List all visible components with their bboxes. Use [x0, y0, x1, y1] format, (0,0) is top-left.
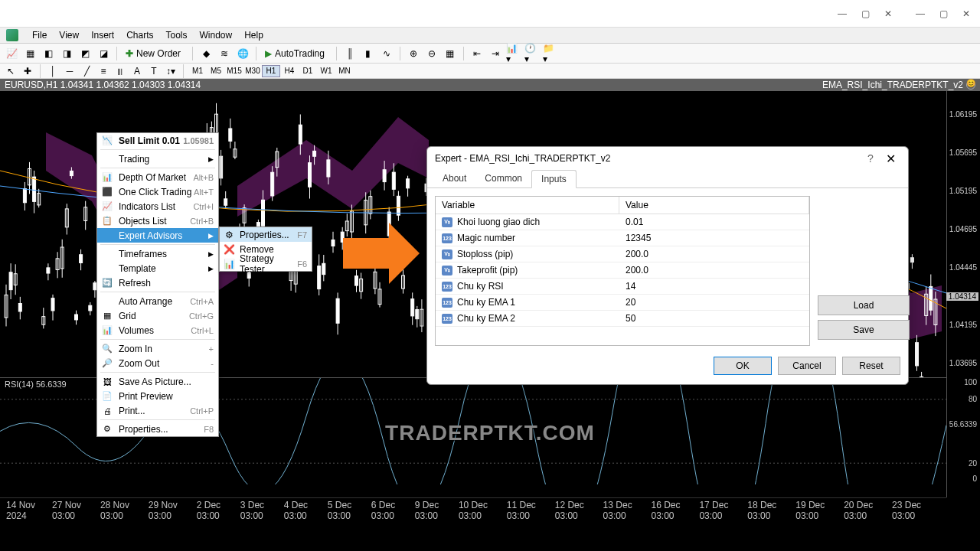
toolbar-line-icon[interactable]: ∿ — [378, 45, 395, 62]
toolbar-profile-icon[interactable]: ▦ — [21, 45, 38, 62]
timeframe-w1[interactable]: W1 — [317, 65, 335, 77]
toolbar-market-icon[interactable]: ◧ — [40, 45, 57, 62]
arrow-icon[interactable]: ↕▾ — [163, 64, 178, 78]
timeframe-mn[interactable]: MN — [335, 65, 354, 77]
toolbar-ind-icon[interactable]: 📊▾ — [505, 45, 522, 62]
ok-button[interactable]: OK — [714, 357, 772, 375]
table-row[interactable]: V₂Takeprofit (pip)200.0 — [436, 262, 809, 279]
ctx-item-volumes[interactable]: 📊VolumesCtrl+L — [97, 323, 218, 337]
toolbar-tester-icon[interactable]: ◪ — [95, 45, 112, 62]
toolbar-signal-icon[interactable]: ≋ — [216, 45, 233, 62]
var-value[interactable]: 14 — [619, 279, 809, 294]
crosshair-icon[interactable]: ✚ — [20, 64, 35, 78]
internal-min-icon[interactable]: — — [831, 6, 853, 21]
toolbar-chart-icon[interactable]: 📈 — [3, 45, 20, 62]
toolbar-zoomout-icon[interactable]: ⊖ — [423, 45, 440, 62]
toolbar-zoomin-icon[interactable]: ⊕ — [405, 45, 422, 62]
ctx-item-save-as-picture-[interactable]: 🖼Save As Picture... — [97, 374, 218, 389]
var-value[interactable]: 0.01 — [619, 214, 809, 230]
tab-inputs[interactable]: Inputs — [531, 170, 577, 188]
timeframe-d1[interactable]: D1 — [299, 65, 317, 77]
timeframe-m15[interactable]: M15 — [225, 65, 243, 77]
save-button[interactable]: Save — [818, 320, 910, 340]
toolbar-period-icon[interactable]: 🕐▾ — [524, 45, 541, 62]
cursor-icon[interactable]: ↖ — [3, 64, 18, 78]
timeframe-h1[interactable]: H1 — [262, 65, 280, 77]
channel-icon[interactable]: ≡ — [96, 64, 111, 78]
toolbar-candle-icon[interactable]: ▮ — [360, 45, 377, 62]
toolbar-tpl-icon[interactable]: 📁▾ — [542, 45, 559, 62]
ctx-item-indicators-list[interactable]: 📈Indicators ListCtrl+I — [97, 199, 218, 214]
window-max-icon[interactable]: ▢ — [933, 6, 954, 21]
dialog-close-icon[interactable]: ✕ — [880, 148, 900, 168]
window-close-icon[interactable]: ✕ — [956, 6, 977, 21]
tab-common[interactable]: Common — [475, 170, 531, 187]
toolbar-bar-icon[interactable]: ║ — [341, 45, 358, 62]
ctx-item-one-click-trading[interactable]: ⬛One Click TradingAlt+T — [97, 184, 218, 199]
toolbar-tile-icon[interactable]: ▦ — [442, 45, 459, 62]
toolbar-meta-icon[interactable]: ◆ — [198, 45, 214, 62]
fibo-icon[interactable]: ⫼ — [113, 64, 128, 78]
new-order-button[interactable]: ✚ New Order — [122, 45, 188, 62]
ctx-item-timeframes[interactable]: Timeframes▶ — [97, 246, 218, 261]
ctx-item-properties-[interactable]: ⚙Properties...F8 — [97, 422, 218, 436]
timeframe-h4[interactable]: H4 — [280, 65, 299, 77]
timeframe-m30[interactable]: M30 — [243, 65, 262, 77]
ctx-item-zoom-in[interactable]: 🔍Zoom In+ — [97, 341, 218, 356]
menu-insert[interactable]: Insert — [85, 28, 120, 42]
ctx-item-auto-arrange[interactable]: Auto ArrangeCtrl+A — [97, 294, 218, 308]
cancel-button[interactable]: Cancel — [778, 357, 836, 375]
vline-icon[interactable]: │ — [45, 64, 60, 78]
table-row[interactable]: V₂Stoploss (pip)200.0 — [436, 246, 809, 262]
menu-view[interactable]: View — [53, 28, 85, 42]
table-row[interactable]: V₂Khoi luong giao dich0.01 — [436, 214, 809, 230]
ctx-item-depth-of-market[interactable]: 📊Depth Of MarketAlt+B — [97, 170, 218, 184]
sub-item-properties-[interactable]: ⚙Properties...F7 — [220, 227, 312, 242]
internal-close-icon[interactable]: ✕ — [877, 6, 899, 21]
ctx-item-refresh[interactable]: 🔄Refresh — [97, 276, 218, 290]
table-row[interactable]: 123Chu ky EMA 120 — [436, 295, 809, 311]
ctx-item-print-preview[interactable]: 📄Print Preview — [97, 389, 218, 403]
ctx-item-trading[interactable]: Trading▶ — [97, 152, 218, 166]
text-icon[interactable]: A — [129, 64, 145, 78]
autotrading-button[interactable]: ▶ AutoTrading — [261, 45, 332, 62]
ctx-item-expert-advisors[interactable]: Expert Advisors▶ — [97, 228, 218, 243]
hline-icon[interactable]: ─ — [62, 64, 77, 78]
var-value[interactable]: 50 — [619, 311, 809, 326]
table-row[interactable]: 123Chu ky EMA 250 — [436, 311, 809, 327]
ctx-item-zoom-out[interactable]: 🔎Zoom Out- — [97, 356, 218, 370]
dialog-help-icon[interactable]: ? — [861, 148, 880, 168]
toolbar-scroll-icon[interactable]: ⇥ — [487, 45, 504, 62]
menu-window[interactable]: Window — [194, 28, 239, 42]
var-value[interactable]: 200.0 — [619, 262, 809, 278]
menu-charts[interactable]: Charts — [120, 28, 159, 42]
tab-about[interactable]: About — [433, 170, 475, 187]
window-min-icon[interactable]: — — [910, 6, 931, 21]
var-value[interactable]: 12345 — [619, 230, 809, 246]
ctx-item-objects-list[interactable]: 📋Objects ListCtrl+B — [97, 214, 218, 228]
menu-file[interactable]: File — [26, 28, 53, 42]
ctx-item-template[interactable]: Template▶ — [97, 261, 218, 276]
menu-tools[interactable]: Tools — [160, 28, 194, 42]
load-button[interactable]: Load — [818, 295, 910, 315]
timeframe-m5[interactable]: M5 — [207, 65, 225, 77]
internal-max-icon[interactable]: ▢ — [854, 6, 876, 21]
table-row[interactable]: 123Magic number12345 — [436, 230, 809, 246]
ctx-sell-limit[interactable]: 📉 Sell Limit 0.01 1.05981 — [97, 133, 218, 148]
menu-help[interactable]: Help — [238, 28, 270, 42]
timeframe-m1[interactable]: M1 — [188, 65, 207, 77]
svg-rect-117 — [276, 152, 279, 168]
toolbar-globe-icon[interactable]: 🌐 — [234, 45, 251, 62]
sub-item-strategy-tester[interactable]: 📊Strategy TesterF6 — [220, 256, 312, 271]
ctx-item-grid[interactable]: ▦GridCtrl+G — [97, 308, 218, 323]
var-value[interactable]: 200.0 — [619, 246, 809, 262]
toolbar-terminal-icon[interactable]: ◩ — [77, 45, 93, 62]
var-value[interactable]: 20 — [619, 295, 809, 310]
trend-icon[interactable]: ╱ — [79, 64, 94, 78]
toolbar-shift-icon[interactable]: ⇤ — [469, 45, 485, 62]
toolbar-nav-icon[interactable]: ◨ — [58, 45, 75, 62]
reset-button[interactable]: Reset — [842, 357, 900, 375]
ctx-item-print-[interactable]: 🖨Print...Ctrl+P — [97, 403, 218, 418]
table-row[interactable]: 123Chu ky RSI14 — [436, 279, 809, 295]
label-icon[interactable]: T — [146, 64, 162, 78]
